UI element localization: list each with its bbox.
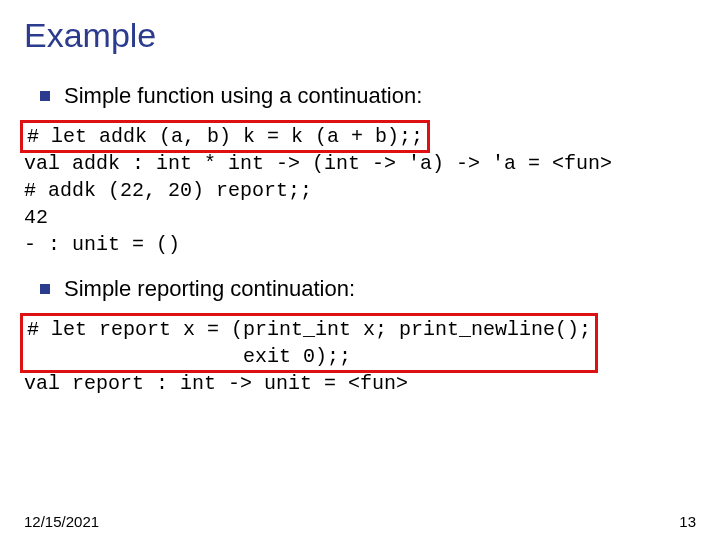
code-rest-2: val report : int -> unit = <fun> bbox=[24, 372, 408, 395]
bullet-item-1: Simple function using a continuation: bbox=[40, 83, 696, 109]
code-block-2: # let report x = (print_int x; print_new… bbox=[24, 316, 696, 397]
bullet-text-1: Simple function using a continuation: bbox=[64, 83, 422, 109]
slide: Example Simple function using a continua… bbox=[0, 0, 720, 540]
square-bullet-icon bbox=[40, 284, 50, 294]
code-highlight-1: # let addk (a, b) k = k (a + b);; bbox=[20, 120, 430, 153]
code-rest-1: val addk : int * int -> (int -> 'a) -> '… bbox=[24, 152, 612, 256]
code-block-1: # let addk (a, b) k = k (a + b);; val ad… bbox=[24, 123, 696, 258]
slide-title: Example bbox=[24, 16, 696, 55]
footer-page-number: 13 bbox=[679, 513, 696, 530]
bullet-item-2: Simple reporting continuation: bbox=[40, 276, 696, 302]
bullet-text-2: Simple reporting continuation: bbox=[64, 276, 355, 302]
footer-date: 12/15/2021 bbox=[24, 513, 99, 530]
square-bullet-icon bbox=[40, 91, 50, 101]
code-highlight-2: # let report x = (print_int x; print_new… bbox=[20, 313, 598, 373]
slide-footer: 12/15/2021 13 bbox=[24, 513, 696, 530]
